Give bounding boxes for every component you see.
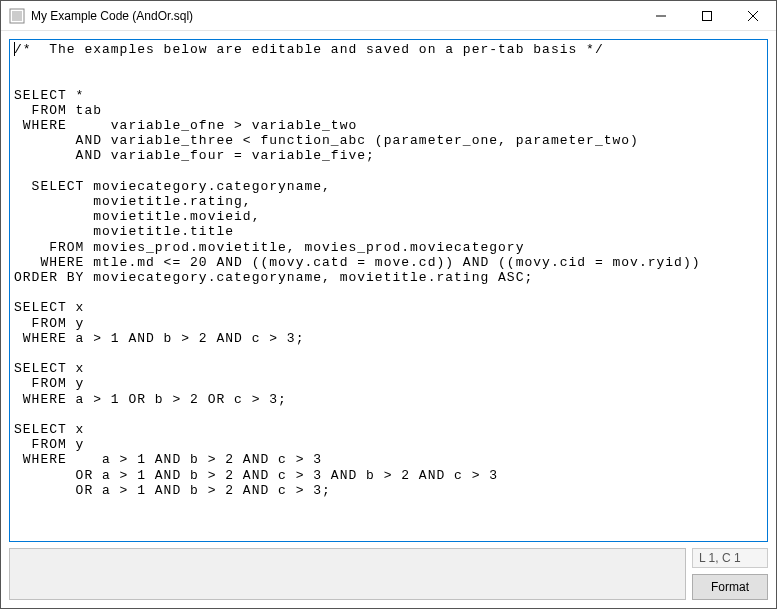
window-title: My Example Code (AndOr.sql)	[31, 9, 638, 23]
titlebar: My Example Code (AndOr.sql)	[1, 1, 776, 31]
output-box[interactable]	[9, 548, 686, 600]
svg-rect-1	[12, 11, 22, 21]
format-button[interactable]: Format	[692, 574, 768, 600]
content-area: /* The examples below are editable and s…	[1, 31, 776, 608]
svg-rect-3	[703, 11, 712, 20]
right-column: L 1, C 1 Format	[692, 548, 768, 600]
code-editor[interactable]: /* The examples below are editable and s…	[10, 40, 767, 541]
bottom-panel: L 1, C 1 Format	[9, 548, 768, 600]
app-icon	[9, 8, 25, 24]
close-button[interactable]	[730, 1, 776, 30]
cursor-position: L 1, C 1	[692, 548, 768, 568]
maximize-button[interactable]	[684, 1, 730, 30]
minimize-button[interactable]	[638, 1, 684, 30]
text-caret	[14, 42, 15, 56]
editor-container: /* The examples below are editable and s…	[9, 39, 768, 542]
window-controls	[638, 1, 776, 30]
